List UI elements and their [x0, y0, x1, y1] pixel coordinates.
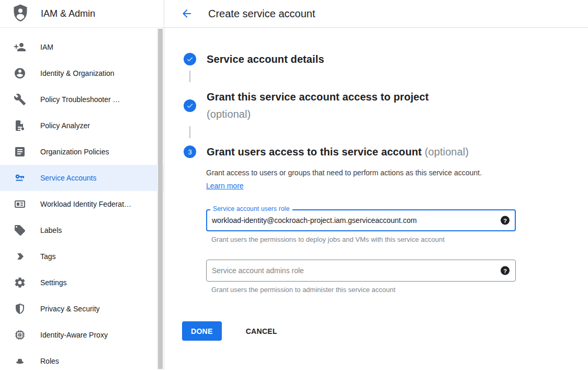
- cancel-button[interactable]: CANCEL: [238, 321, 285, 341]
- sidebar-item-identity-aware-proxy[interactable]: Identity-Aware Proxy: [0, 322, 164, 348]
- sidebar-item-policy-analyzer[interactable]: Policy Analyzer: [0, 113, 164, 139]
- article-icon: [14, 145, 26, 158]
- step-3-optional-label: (optional): [425, 146, 469, 158]
- service-account-key-icon: [14, 172, 26, 184]
- step-connector: [189, 71, 190, 82]
- document-gear-icon: [14, 119, 26, 132]
- sidebar-item-label: Labels: [40, 226, 62, 234]
- step-1-completed-check-icon: [184, 53, 196, 65]
- sidebar-item-label: Privacy & Security: [40, 305, 100, 313]
- sidebar-item-organization-policies[interactable]: Organization Policies: [0, 139, 164, 165]
- users-role-helper-text: Grant users the permissions to deploy jo…: [211, 236, 588, 244]
- step-2-header: Grant this service account access to pro…: [184, 88, 588, 123]
- sidebar-item-label: Identity & Organization: [40, 69, 115, 77]
- step-1-header: Service account details: [184, 52, 588, 66]
- sidebar-item-label: Tags: [40, 252, 56, 261]
- sidebar-item-label: Policy Troubleshooter …: [40, 95, 120, 104]
- page-title: Create service account: [208, 8, 315, 20]
- step-2-optional-label: (optional): [207, 106, 429, 123]
- step-3-body: Grant access to users or groups that nee…: [206, 166, 588, 294]
- main-pane: Create service account Service account d…: [164, 0, 588, 370]
- page-header: Create service account: [164, 0, 588, 28]
- account-circle-icon: [14, 67, 26, 80]
- step-2-title: Grant this service account access to pro…: [207, 88, 429, 123]
- step-3-number-badge: 3: [184, 145, 196, 158]
- gear-icon: [14, 276, 26, 289]
- sidebar-item-identity-organization[interactable]: Identity & Organization: [0, 60, 164, 86]
- sidebar-item-label: Service Accounts: [40, 174, 96, 182]
- sidebar-item-roles[interactable]: Roles: [0, 348, 164, 370]
- sidebar-item-service-accounts[interactable]: Service Accounts: [0, 165, 164, 191]
- sidebar-item-label: Settings: [40, 278, 67, 287]
- person-add-icon: [14, 41, 26, 53]
- step-3-header: 3 Grant users access to this service acc…: [184, 144, 588, 159]
- learn-more-link[interactable]: Learn more: [206, 182, 244, 190]
- chip-icon: [14, 329, 26, 341]
- step-3-title: Grant users access to this service accou…: [207, 144, 469, 159]
- tag-arrow-icon: [14, 250, 26, 263]
- step-2-completed-check-icon: [184, 99, 196, 112]
- sidebar-nav: IAM Identity & Organization Policy Troub…: [0, 28, 164, 370]
- step-1-title: Service account details: [207, 52, 324, 66]
- sidebar-item-label: IAM: [40, 43, 53, 51]
- done-button[interactable]: DONE: [182, 321, 222, 341]
- users-role-field-wrapper: Service account users role ?: [206, 209, 516, 231]
- product-title: IAM & Admin: [41, 8, 95, 19]
- sidebar-item-label: Organization Policies: [40, 148, 109, 156]
- sidebar-item-settings[interactable]: Settings: [0, 270, 164, 296]
- step-3-title-text: Grant users access to this service accou…: [207, 146, 422, 158]
- sidebar: IAM & Admin IAM Identity & Organization …: [0, 0, 164, 370]
- sidebar-scrollbar-track: [157, 28, 163, 370]
- step-3-number: 3: [188, 148, 191, 156]
- sidebar-item-policy-troubleshooter[interactable]: Policy Troubleshooter …: [0, 86, 164, 113]
- sidebar-header: IAM & Admin: [0, 0, 164, 28]
- help-icon[interactable]: ?: [501, 216, 510, 225]
- sidebar-scrollbar-thumb[interactable]: [158, 29, 163, 369]
- step-2-title-text: Grant this service account access to pro…: [207, 88, 429, 106]
- create-service-account-form: Service account details Grant this servi…: [164, 28, 588, 341]
- wrench-icon: [14, 93, 26, 106]
- users-role-field-label: Service account users role: [210, 205, 292, 213]
- id-card-icon: [14, 198, 26, 210]
- sidebar-item-labels[interactable]: Labels: [0, 217, 164, 243]
- sidebar-item-label: Workload Identity Federat…: [40, 200, 131, 208]
- sidebar-item-label: Policy Analyzer: [40, 121, 90, 130]
- back-arrow-icon[interactable]: [180, 7, 193, 20]
- admins-role-field-wrapper: ?: [206, 260, 516, 282]
- label-tag-icon: [14, 224, 26, 237]
- sidebar-item-label: Identity-Aware Proxy: [40, 331, 108, 339]
- admins-role-input[interactable]: [206, 260, 516, 282]
- sidebar-item-label: Roles: [40, 357, 59, 365]
- shield-half-icon: [14, 302, 26, 315]
- step-3-description: Grant access to users or groups that nee…: [206, 166, 495, 193]
- iam-admin-console: IAM & Admin IAM Identity & Organization …: [0, 0, 588, 370]
- admins-role-helper-text: Grant users the permission to administer…: [211, 286, 588, 294]
- sidebar-item-tags[interactable]: Tags: [0, 243, 164, 270]
- iam-shield-logo-icon: [13, 4, 28, 23]
- sidebar-item-privacy-security[interactable]: Privacy & Security: [0, 296, 164, 322]
- sidebar-item-iam[interactable]: IAM: [0, 34, 164, 60]
- help-icon[interactable]: ?: [501, 266, 510, 275]
- sidebar-item-workload-identity-federation[interactable]: Workload Identity Federat…: [0, 191, 164, 217]
- step-connector: [189, 126, 190, 138]
- form-actions: DONE CANCEL: [182, 321, 588, 341]
- hat-icon: [14, 355, 26, 367]
